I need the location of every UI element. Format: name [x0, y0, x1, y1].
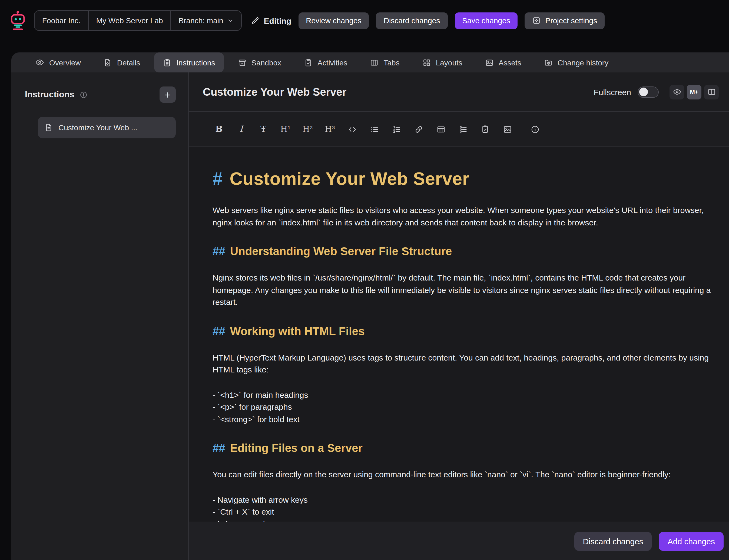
- file-gear-icon: [104, 58, 112, 67]
- tab-instructions[interactable]: Instructions: [154, 52, 224, 72]
- strikethrough-button[interactable]: Ŧ: [256, 122, 270, 136]
- code-button[interactable]: [345, 122, 359, 136]
- view-mode-group: M+: [670, 85, 719, 99]
- clipboard-check-icon: [304, 58, 312, 67]
- eye-icon: [35, 58, 44, 67]
- branch-selector[interactable]: Branch: main: [171, 11, 241, 30]
- markdown-editor: B I Ŧ H¹ H² H³: [189, 111, 729, 522]
- md-heading-1: #Customize Your Web Server: [212, 169, 718, 189]
- md-paragraph: You can edit files directly on the serve…: [212, 469, 718, 481]
- robot-logo-icon: [9, 10, 27, 31]
- instructions-sidebar: Instructions + Customize Your Web ...: [11, 72, 188, 560]
- ordered-list-button[interactable]: [390, 122, 404, 136]
- breadcrumb-org[interactable]: Foobar Inc.: [35, 11, 88, 30]
- h3-glyph: H³: [325, 125, 335, 133]
- md-list-item: - `Y` to save changes: [212, 518, 718, 522]
- editor-toolbar: B I Ŧ H¹ H² H³: [189, 112, 729, 147]
- md-paragraph: Web servers like nginx serve static file…: [212, 204, 718, 229]
- app-logo[interactable]: [9, 10, 27, 31]
- editor-footer: Discard changes Add changes: [189, 522, 729, 560]
- md-heading-text: Customize Your Web Server: [229, 169, 470, 189]
- footer-discard-label: Discard changes: [583, 536, 643, 546]
- editor-document[interactable]: #Customize Your Web Server Web servers l…: [189, 147, 729, 522]
- sidebar-item-customize-your-web[interactable]: Customize Your Web ...: [38, 117, 176, 138]
- md-hash: ##: [212, 245, 225, 257]
- save-changes-button[interactable]: Save changes: [455, 12, 518, 29]
- footer-add-label: Add changes: [668, 536, 715, 546]
- tab-activities[interactable]: Activities: [295, 52, 356, 72]
- italic-button[interactable]: I: [234, 122, 248, 136]
- editing-label: Editing: [264, 16, 291, 25]
- breadcrumb-project[interactable]: My Web Server Lab: [88, 11, 171, 30]
- table-button[interactable]: [434, 122, 448, 136]
- tab-details[interactable]: Details: [95, 52, 149, 72]
- project-name: My Web Server Lab: [96, 16, 163, 25]
- md-list-item: - Navigate with arrow keys: [212, 494, 718, 506]
- fullscreen-toggle[interactable]: [638, 86, 659, 98]
- bold-button[interactable]: B: [212, 122, 226, 136]
- table-icon: [436, 125, 445, 134]
- md-hash: #: [212, 169, 222, 189]
- md-heading-2: ##Working with HTML Files: [212, 325, 718, 338]
- tab-change-history[interactable]: Change history: [535, 52, 617, 72]
- split-columns-icon: [707, 88, 716, 96]
- bullet-list-icon: [370, 125, 379, 134]
- tab-label: Instructions: [176, 58, 215, 67]
- image-button[interactable]: [500, 122, 514, 136]
- footer-discard-changes-button[interactable]: Discard changes: [574, 532, 652, 551]
- tab-label: Sandbox: [251, 58, 281, 67]
- heading1-button[interactable]: H¹: [278, 122, 292, 136]
- markdown-mode-button[interactable]: M+: [687, 85, 701, 99]
- pencil-icon: [251, 16, 259, 25]
- page-title: Customize Your Web Server: [203, 86, 346, 98]
- tab-sandbox[interactable]: Sandbox: [229, 52, 290, 72]
- tab-label: Details: [117, 58, 140, 67]
- tab-tabs[interactable]: Tabs: [361, 52, 408, 72]
- project-settings-icon: [533, 16, 541, 25]
- save-changes-label: Save changes: [462, 16, 510, 25]
- md-hash: ##: [212, 325, 225, 337]
- clipboard-check-button[interactable]: [478, 122, 492, 136]
- folder-clock-icon: [544, 58, 553, 67]
- task-list-button[interactable]: [456, 122, 470, 136]
- split-view-button[interactable]: [704, 85, 719, 99]
- md-list-item: - `<p>` for paragraphs: [212, 401, 718, 413]
- info-icon[interactable]: [79, 91, 87, 99]
- tab-layouts[interactable]: Layouts: [414, 52, 471, 72]
- branch-label: Branch: main: [179, 16, 223, 25]
- add-instruction-button[interactable]: +: [159, 86, 176, 103]
- clipboard-check-icon: [481, 125, 490, 134]
- code-icon: [347, 125, 356, 134]
- heading2-button[interactable]: H²: [301, 122, 315, 136]
- md-list-item: - `Ctrl + X` to exit: [212, 506, 718, 518]
- discard-changes-label: Discard changes: [384, 16, 440, 25]
- tab-label: Change history: [558, 58, 608, 67]
- chevron-down-icon: [227, 17, 234, 24]
- discard-changes-button[interactable]: Discard changes: [376, 12, 448, 29]
- eye-icon: [673, 88, 681, 96]
- tab-assets[interactable]: Assets: [477, 52, 530, 72]
- main-content: Customize Your Web Server Fullscreen M+: [188, 72, 729, 560]
- h1-glyph: H¹: [280, 125, 291, 133]
- tab-label: Layouts: [436, 58, 463, 67]
- preview-eye-button[interactable]: [670, 85, 684, 99]
- strikethrough-glyph: Ŧ: [260, 125, 266, 134]
- tab-overview[interactable]: Overview: [26, 52, 89, 72]
- grid-icon: [423, 58, 431, 67]
- project-settings-button[interactable]: Project settings: [525, 12, 605, 29]
- tab-label: Activities: [317, 58, 347, 67]
- bullet-list-button[interactable]: [367, 122, 381, 136]
- heading3-button[interactable]: H³: [323, 122, 337, 136]
- content-header: Customize Your Web Server Fullscreen M+: [189, 72, 729, 111]
- md-paragraph: Nginx stores its web files in `/usr/shar…: [212, 272, 718, 308]
- footer-add-changes-button[interactable]: Add changes: [659, 532, 724, 551]
- italic-glyph: I: [239, 125, 243, 134]
- link-button[interactable]: [412, 122, 426, 136]
- toggle-knob: [639, 88, 648, 96]
- header-controls: Fullscreen M+: [594, 85, 719, 99]
- box-icon: [238, 58, 246, 67]
- md-list: - `<h1>` for main headings - `<p>` for p…: [212, 389, 718, 425]
- review-changes-button[interactable]: Review changes: [298, 12, 369, 29]
- info-button[interactable]: [528, 122, 542, 136]
- md-hash: ##: [212, 442, 225, 454]
